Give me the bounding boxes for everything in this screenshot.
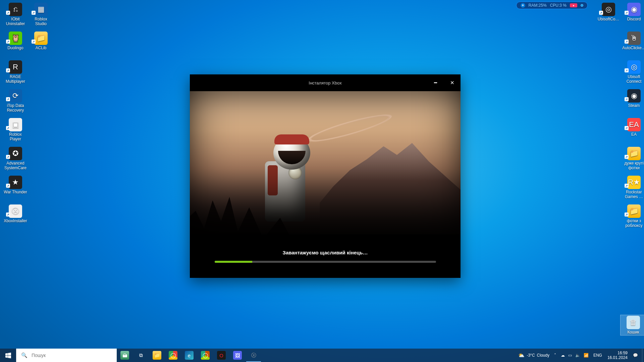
action-center[interactable]: 💬 bbox=[631, 349, 640, 362]
desktop-icon-roblox-player[interactable]: ▣↗Roblox Player bbox=[3, 117, 28, 142]
window-title: Інсталятор Xbox bbox=[309, 80, 341, 85]
shortcut-arrow-icon: ↗ bbox=[6, 213, 10, 217]
taskbar-task-view[interactable]: ⧉ bbox=[133, 349, 149, 362]
desktop-icon-xbox-installer[interactable]: ⓧ↗XboxInstaller bbox=[3, 204, 28, 224]
taskbar-chrome[interactable]: ◯ bbox=[165, 349, 181, 362]
clock[interactable]: 16:59 16.01.2024 bbox=[605, 351, 630, 360]
desktop-icon-iobit-uninstaller[interactable]: ⎌↗IObit Uninstaller bbox=[3, 2, 28, 27]
advanced-systemcare-label: Advanced SystemCare bbox=[3, 161, 28, 170]
task-view-icon: ⧉ bbox=[137, 351, 145, 360]
shortcut-arrow-icon: ↗ bbox=[6, 11, 10, 15]
desktop-icon-ubisoft-connect-alt[interactable]: ◎↗UbisoftCo… bbox=[596, 2, 621, 22]
recycle-bin-label: Кошик bbox=[627, 330, 639, 335]
shortcut-arrow-icon: ↗ bbox=[625, 97, 629, 101]
duolingo-label: Duolingo bbox=[7, 46, 23, 50]
clock-date: 16.01.2024 bbox=[607, 355, 628, 360]
search-input[interactable] bbox=[32, 353, 112, 358]
rockstar-games-icon: R★ bbox=[627, 176, 641, 189]
shortcut-arrow-icon: ↗ bbox=[6, 184, 10, 188]
taskbar-file-explorer[interactable]: 📁 bbox=[149, 349, 165, 362]
tray-icon-3[interactable]: 📶 bbox=[584, 353, 589, 358]
ubisoft-connect-icon: ◎ bbox=[627, 60, 641, 74]
tray-icon-0[interactable]: ☁︎ bbox=[561, 353, 565, 358]
shortcut-arrow-icon: ↗ bbox=[6, 97, 10, 101]
desktop-icon-itop-data-recovery[interactable]: ⟳↗iTop Data Recovery bbox=[3, 88, 28, 113]
weather-widget[interactable]: ⛅ -3°C Cloudy bbox=[516, 349, 551, 362]
shortcut-arrow-icon: ↗ bbox=[32, 40, 36, 44]
chrome-icon: ◯ bbox=[169, 351, 177, 360]
weather-temp: -3°C bbox=[527, 353, 535, 358]
ubisoft-connect-label: Ubisoft Connect bbox=[622, 74, 644, 84]
search-box[interactable]: 🔍 bbox=[16, 349, 117, 362]
desktop-icon-steam[interactable]: ◉↗Steam bbox=[621, 88, 644, 109]
input-lang[interactable]: ENG bbox=[591, 349, 604, 362]
roblox-player-icon: ▣ bbox=[9, 118, 22, 131]
rage-multiplayer-label: RAGE Multiplayer bbox=[3, 74, 28, 84]
desktop-icon-roblox-studio[interactable]: ▦↗Roblox Studio bbox=[28, 2, 54, 27]
duolingo-icon: 🦉 bbox=[9, 32, 22, 45]
tray-icon-1[interactable]: ▭ bbox=[568, 353, 572, 358]
xbox-installer-label: XboxInstaller bbox=[4, 219, 27, 223]
tray-chevron[interactable]: ˄ bbox=[552, 349, 558, 362]
shortcut-arrow-icon: ↗ bbox=[6, 68, 10, 72]
tray-icon-2[interactable]: 🔈 bbox=[575, 353, 580, 358]
desktop-icon-advanced-systemcare[interactable]: ✪↗Advanced SystemCare bbox=[3, 146, 28, 171]
taskbar-opera[interactable]: O bbox=[213, 349, 229, 362]
shortcut-arrow-icon: ↗ bbox=[625, 11, 629, 15]
shortcut-arrow-icon: ↗ bbox=[625, 126, 629, 130]
shortcut-arrow-icon: ↗ bbox=[32, 11, 36, 15]
weather-icon: ⛅ bbox=[518, 352, 525, 358]
shortcut-arrow-icon: ↗ bbox=[6, 155, 10, 159]
progress-bar bbox=[215, 261, 436, 263]
chrome-canary-icon: ◯ bbox=[201, 351, 210, 360]
clock-time: 16:59 bbox=[618, 351, 628, 355]
roblox-photos-label: фотки з роблоксу bbox=[622, 219, 644, 228]
shortcut-arrow-icon: ↗ bbox=[625, 40, 629, 44]
recycle-bin[interactable]: 🗑 Кошик bbox=[621, 315, 644, 335]
tray-icons-group[interactable]: ☁︎▭🔈📶 bbox=[559, 349, 591, 362]
shortcut-arrow-icon: ↗ bbox=[625, 213, 629, 217]
desktop-icon-autoclicker[interactable]: 🖱↗AutoClicke… bbox=[621, 31, 644, 51]
ubisoft-connect-alt-label: UbisoftCo… bbox=[598, 17, 620, 21]
shortcut-arrow-icon: ↗ bbox=[6, 40, 10, 44]
installer-progress-area: Завантажуємо щасливий кінець… bbox=[190, 234, 461, 278]
xbox-installer-window[interactable]: Інсталятор Xbox ━ ✕ Завантажуємо щасливи… bbox=[190, 74, 461, 278]
desktop-icon-rage-multiplayer[interactable]: R↗RAGE Multiplayer bbox=[3, 60, 28, 84]
iobit-uninstaller-label: IObit Uninstaller bbox=[3, 17, 28, 26]
photos-folder-label: дуже круті фотки bbox=[622, 161, 644, 170]
desktop-icon-war-thunder[interactable]: ★↗War Thunder bbox=[3, 175, 28, 195]
desktop-icon-ubisoft-connect[interactable]: ◎↗Ubisoft Connect bbox=[621, 60, 644, 84]
taskbar[interactable]: 🔍 🏔 ⧉📁◯e◯O🖼ⓧ ⛅ -3°C Cloudy ˄ ☁︎▭🔈📶 ENG 1… bbox=[0, 349, 644, 362]
photos-folder-icon: 📁 bbox=[627, 147, 641, 160]
photo-widget[interactable]: 🏔 bbox=[117, 349, 133, 362]
ubisoft-connect-alt-icon: ◎ bbox=[602, 3, 615, 16]
shortcut-arrow-icon: ↗ bbox=[625, 155, 629, 159]
photo-app-icon: 🖼 bbox=[233, 351, 242, 360]
desktop-icon-aclib[interactable]: 📁↗ACLib bbox=[28, 31, 54, 51]
war-thunder-icon: ★ bbox=[9, 176, 22, 189]
installer-hero-image bbox=[190, 91, 461, 246]
desktop-icon-duolingo[interactable]: 🦉↗Duolingo bbox=[3, 31, 28, 51]
desktop-icon-discord[interactable]: ◉↗Discord bbox=[621, 2, 644, 22]
desktop-icon-photos-folder[interactable]: 📁↗дуже круті фотки bbox=[621, 146, 644, 171]
desktop-icon-ea[interactable]: EA↗EA bbox=[621, 117, 644, 137]
start-button[interactable] bbox=[0, 349, 16, 362]
titlebar[interactable]: Інсталятор Xbox ━ ✕ bbox=[190, 74, 461, 91]
close-button[interactable]: ✕ bbox=[444, 74, 461, 91]
taskbar-chrome-canary[interactable]: ◯ bbox=[197, 349, 213, 362]
roblox-studio-label: Roblox Studio bbox=[29, 17, 53, 26]
system-tray[interactable]: ⛅ -3°C Cloudy ˄ ☁︎▭🔈📶 ENG 16:59 16.01.20… bbox=[514, 349, 642, 362]
discord-label: Discord bbox=[627, 17, 641, 21]
show-desktop[interactable] bbox=[642, 349, 644, 362]
desktop-icon-roblox-photos[interactable]: 📁↗фотки з роблоксу bbox=[621, 204, 644, 229]
minimize-button[interactable]: ━ bbox=[427, 74, 444, 91]
itop-data-recovery-icon: ⟳ bbox=[9, 89, 22, 103]
taskbar-photo-app[interactable]: 🖼 bbox=[229, 349, 246, 362]
steam-label: Steam bbox=[628, 103, 640, 108]
autoclicker-icon: 🖱 bbox=[627, 32, 641, 45]
taskbar-xbox-app[interactable]: ⓧ bbox=[246, 349, 262, 362]
desktop-icon-rockstar-games[interactable]: R★↗Rockstar Games … bbox=[621, 175, 644, 200]
taskbar-edge[interactable]: e bbox=[181, 349, 197, 362]
war-thunder-label: War Thunder bbox=[4, 190, 27, 194]
install-status-text: Завантажуємо щасливий кінець… bbox=[283, 250, 368, 255]
